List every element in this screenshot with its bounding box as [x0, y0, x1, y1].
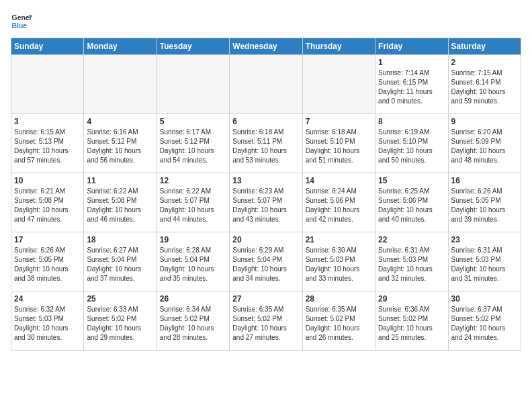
calendar-cell: 7Sunrise: 6:18 AM Sunset: 5:10 PM Daylig…	[302, 114, 375, 173]
calendar-cell: 11Sunrise: 6:22 AM Sunset: 5:08 PM Dayli…	[84, 173, 157, 232]
day-info: Sunrise: 6:18 AM Sunset: 5:10 PM Dayligh…	[306, 128, 372, 165]
calendar-cell: 4Sunrise: 6:16 AM Sunset: 5:12 PM Daylig…	[84, 114, 157, 173]
day-info: Sunrise: 6:26 AM Sunset: 5:05 PM Dayligh…	[451, 187, 518, 224]
day-info: Sunrise: 6:36 AM Sunset: 5:02 PM Dayligh…	[378, 305, 445, 342]
day-number: 12	[160, 176, 226, 185]
calendar: SundayMondayTuesdayWednesdayThursdayFrid…	[11, 38, 521, 351]
day-info: Sunrise: 6:33 AM Sunset: 5:02 PM Dayligh…	[87, 305, 153, 342]
day-number: 25	[87, 294, 153, 304]
day-info: Sunrise: 6:20 AM Sunset: 5:09 PM Dayligh…	[451, 128, 518, 165]
calendar-cell	[230, 55, 302, 114]
day-number: 7	[306, 117, 372, 126]
day-info: Sunrise: 6:35 AM Sunset: 5:02 PM Dayligh…	[232, 305, 299, 342]
logo-icon: General Blue	[11, 11, 32, 32]
day-info: Sunrise: 6:27 AM Sunset: 5:04 PM Dayligh…	[87, 246, 153, 283]
day-info: Sunrise: 6:34 AM Sunset: 5:02 PM Dayligh…	[160, 305, 226, 342]
weekday-header-thursday: Thursday	[302, 38, 375, 55]
calendar-cell: 6Sunrise: 6:18 AM Sunset: 5:11 PM Daylig…	[230, 114, 302, 173]
weekday-header-friday: Friday	[375, 38, 448, 55]
day-number: 21	[306, 235, 372, 244]
calendar-cell: 20Sunrise: 6:29 AM Sunset: 5:04 PM Dayli…	[230, 232, 302, 291]
day-info: Sunrise: 6:22 AM Sunset: 5:08 PM Dayligh…	[87, 187, 153, 224]
calendar-cell: 10Sunrise: 6:21 AM Sunset: 5:08 PM Dayli…	[11, 173, 84, 232]
calendar-cell: 22Sunrise: 6:31 AM Sunset: 5:03 PM Dayli…	[375, 232, 448, 291]
day-info: Sunrise: 6:15 AM Sunset: 5:13 PM Dayligh…	[14, 128, 81, 165]
day-info: Sunrise: 6:32 AM Sunset: 5:03 PM Dayligh…	[14, 305, 81, 342]
day-number: 9	[451, 117, 518, 126]
day-info: Sunrise: 7:14 AM Sunset: 6:15 PM Dayligh…	[378, 68, 445, 106]
calendar-cell: 5Sunrise: 6:17 AM Sunset: 5:12 PM Daylig…	[157, 114, 229, 173]
calendar-cell: 18Sunrise: 6:27 AM Sunset: 5:04 PM Dayli…	[84, 232, 157, 291]
day-info: Sunrise: 6:16 AM Sunset: 5:12 PM Dayligh…	[87, 128, 153, 165]
calendar-cell: 1Sunrise: 7:14 AM Sunset: 6:15 PM Daylig…	[375, 55, 448, 114]
calendar-cell	[84, 55, 157, 114]
day-number: 13	[232, 176, 299, 185]
day-number: 3	[14, 117, 81, 126]
calendar-cell: 17Sunrise: 6:26 AM Sunset: 5:05 PM Dayli…	[11, 232, 84, 291]
weekday-header-sunday: Sunday	[11, 38, 84, 55]
day-number: 15	[378, 176, 445, 185]
day-number: 16	[451, 176, 518, 185]
day-info: Sunrise: 6:24 AM Sunset: 5:06 PM Dayligh…	[306, 187, 372, 224]
week-row-2: 10Sunrise: 6:21 AM Sunset: 5:08 PM Dayli…	[11, 173, 521, 232]
header: General Blue	[11, 11, 521, 32]
calendar-cell: 26Sunrise: 6:34 AM Sunset: 5:02 PM Dayli…	[157, 291, 229, 351]
day-info: Sunrise: 6:28 AM Sunset: 5:04 PM Dayligh…	[160, 246, 226, 283]
calendar-cell: 13Sunrise: 6:23 AM Sunset: 5:07 PM Dayli…	[230, 173, 302, 232]
day-info: Sunrise: 6:30 AM Sunset: 5:03 PM Dayligh…	[306, 246, 372, 283]
calendar-cell: 24Sunrise: 6:32 AM Sunset: 5:03 PM Dayli…	[11, 291, 84, 351]
calendar-cell: 8Sunrise: 6:19 AM Sunset: 5:10 PM Daylig…	[375, 114, 448, 173]
day-number: 10	[14, 176, 81, 185]
day-number: 14	[306, 176, 372, 185]
logo: General Blue	[11, 11, 32, 32]
calendar-cell: 15Sunrise: 6:25 AM Sunset: 5:06 PM Dayli…	[375, 173, 448, 232]
calendar-cell: 27Sunrise: 6:35 AM Sunset: 5:02 PM Dayli…	[230, 291, 302, 351]
calendar-cell: 25Sunrise: 6:33 AM Sunset: 5:02 PM Dayli…	[84, 291, 157, 351]
calendar-cell: 19Sunrise: 6:28 AM Sunset: 5:04 PM Dayli…	[157, 232, 229, 291]
svg-text:Blue: Blue	[12, 22, 28, 30]
day-info: Sunrise: 6:17 AM Sunset: 5:12 PM Dayligh…	[160, 128, 226, 165]
calendar-cell: 16Sunrise: 6:26 AM Sunset: 5:05 PM Dayli…	[448, 173, 521, 232]
day-info: Sunrise: 6:22 AM Sunset: 5:07 PM Dayligh…	[160, 187, 226, 224]
day-info: Sunrise: 6:26 AM Sunset: 5:05 PM Dayligh…	[14, 246, 81, 283]
calendar-cell: 3Sunrise: 6:15 AM Sunset: 5:13 PM Daylig…	[11, 114, 84, 173]
day-info: Sunrise: 6:31 AM Sunset: 5:03 PM Dayligh…	[378, 246, 445, 283]
day-info: Sunrise: 6:18 AM Sunset: 5:11 PM Dayligh…	[232, 128, 299, 165]
calendar-cell	[302, 55, 375, 114]
day-number: 27	[232, 294, 299, 304]
day-info: Sunrise: 6:31 AM Sunset: 5:03 PM Dayligh…	[451, 246, 518, 283]
weekday-header-monday: Monday	[84, 38, 157, 55]
day-number: 18	[87, 235, 153, 244]
calendar-cell: 21Sunrise: 6:30 AM Sunset: 5:03 PM Dayli…	[302, 232, 375, 291]
day-info: Sunrise: 6:37 AM Sunset: 5:02 PM Dayligh…	[451, 305, 518, 342]
day-number: 28	[306, 294, 372, 304]
day-info: Sunrise: 7:15 AM Sunset: 6:14 PM Dayligh…	[451, 68, 518, 106]
day-info: Sunrise: 6:29 AM Sunset: 5:04 PM Dayligh…	[232, 246, 299, 283]
day-number: 11	[87, 176, 153, 185]
week-row-1: 3Sunrise: 6:15 AM Sunset: 5:13 PM Daylig…	[11, 114, 521, 173]
calendar-cell: 28Sunrise: 6:35 AM Sunset: 5:02 PM Dayli…	[302, 291, 375, 351]
day-number: 26	[160, 294, 226, 304]
calendar-cell: 12Sunrise: 6:22 AM Sunset: 5:07 PM Dayli…	[157, 173, 229, 232]
day-number: 6	[232, 117, 299, 126]
day-info: Sunrise: 6:19 AM Sunset: 5:10 PM Dayligh…	[378, 128, 445, 165]
day-info: Sunrise: 6:21 AM Sunset: 5:08 PM Dayligh…	[14, 187, 81, 224]
week-row-0: 1Sunrise: 7:14 AM Sunset: 6:15 PM Daylig…	[11, 55, 521, 114]
day-number: 19	[160, 235, 226, 244]
day-number: 20	[232, 235, 299, 244]
calendar-cell: 9Sunrise: 6:20 AM Sunset: 5:09 PM Daylig…	[448, 114, 521, 173]
day-number: 1	[378, 58, 445, 67]
week-row-4: 24Sunrise: 6:32 AM Sunset: 5:03 PM Dayli…	[11, 291, 521, 351]
day-number: 24	[14, 294, 81, 304]
day-number: 30	[451, 294, 518, 304]
calendar-cell: 30Sunrise: 6:37 AM Sunset: 5:02 PM Dayli…	[448, 291, 521, 351]
calendar-cell: 23Sunrise: 6:31 AM Sunset: 5:03 PM Dayli…	[448, 232, 521, 291]
calendar-cell: 14Sunrise: 6:24 AM Sunset: 5:06 PM Dayli…	[302, 173, 375, 232]
weekday-header-tuesday: Tuesday	[157, 38, 229, 55]
day-number: 22	[378, 235, 445, 244]
calendar-cell: 2Sunrise: 7:15 AM Sunset: 6:14 PM Daylig…	[448, 55, 521, 114]
day-number: 23	[451, 235, 518, 244]
weekday-header-row: SundayMondayTuesdayWednesdayThursdayFrid…	[11, 38, 521, 55]
calendar-cell	[157, 55, 229, 114]
day-info: Sunrise: 6:35 AM Sunset: 5:02 PM Dayligh…	[306, 305, 372, 342]
